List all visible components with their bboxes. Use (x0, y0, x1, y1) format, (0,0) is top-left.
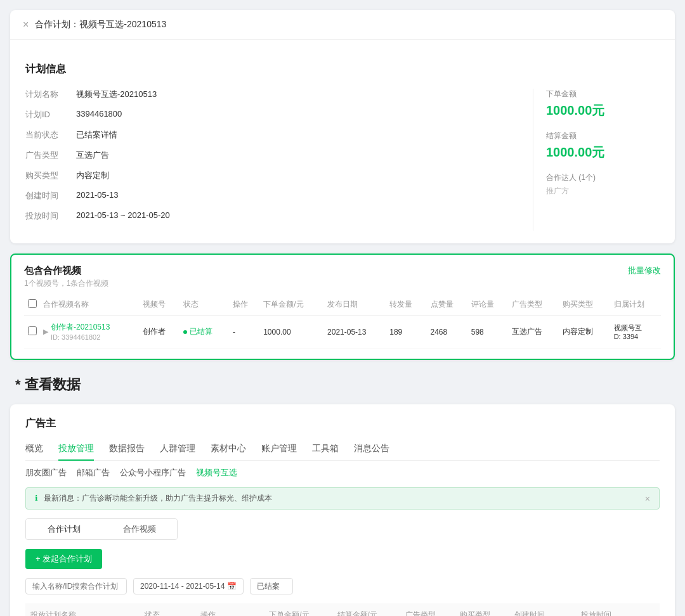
row-checkbox[interactable] (28, 326, 37, 335)
status-dot (183, 330, 187, 334)
bcol-deliver: 投放时间 (576, 603, 660, 616)
nav-tab[interactable]: 素材中心 (211, 438, 246, 461)
coop-videos-thead: 合作视频名称 视频号 状态 操作 下单金额/元 发布日期 转发量 点赞量 评论量… (24, 294, 661, 316)
coop-videos-card: 包含合作视频 1个视频号，1条合作视频 批量修改 合作视频名称 视频号 状态 操… (10, 253, 675, 360)
sub-nav-item[interactable]: 视频号互选 (196, 467, 237, 478)
expand-icon: ▶ (43, 328, 48, 336)
coop-videos-header-row: 合作视频名称 视频号 状态 操作 下单金额/元 发布日期 转发量 点赞量 评论量… (24, 294, 661, 316)
date-range-picker[interactable]: 2020-11-14 - 2021-05-14 📅 (133, 578, 244, 594)
bcol-op: 操作 (195, 603, 264, 616)
row-adtype: 互选广告 (508, 316, 559, 349)
info-row: 计划名称视频号互选-20210513 (25, 89, 507, 100)
close-icon[interactable]: × (23, 19, 29, 30)
status-text: 已结算 (190, 327, 212, 336)
order-amount-value: 1000.00元 (546, 102, 660, 119)
plan-info-left: 计划名称视频号互选-20210513计划ID3394461800当前状态已结案详… (25, 89, 507, 231)
info-value: 视频号互选-20210513 (76, 89, 157, 100)
row-name-link[interactable]: 创作者-20210513 (51, 323, 110, 331)
coop-header: 包含合作视频 1个视频号，1条合作视频 批量修改 (24, 265, 661, 289)
tab-switch-item[interactable]: 合作计划 (26, 519, 101, 539)
row-channel: 创作者 (139, 316, 179, 349)
info-value: 2021-05-13 (76, 190, 119, 202)
notice-bar: ℹ 最新消息：广告诊断功能全新升级，助力广告主提升标光、维护成本 × (25, 487, 660, 510)
nav-tab[interactable]: 消息公告 (354, 438, 389, 461)
info-label: 当前状态 (25, 129, 76, 141)
coop-videos-title: 包含合作视频 (24, 265, 108, 277)
cooperator-item: 合作达人 (1个) 推广方 (546, 172, 660, 196)
nav-tab[interactable]: 账户管理 (261, 438, 297, 461)
info-label: 创建时间 (25, 190, 76, 202)
sub-nav: 朋友圈广告邮箱广告公众号小程序广告视频号互选 (25, 467, 660, 478)
settle-amount-item: 结算金额 1000.00元 (546, 131, 660, 161)
modal-container: × 合作计划：视频号互选-20210513 计划信息 计划名称视频号互选-202… (10, 10, 675, 243)
row-likes: 2468 (427, 316, 467, 349)
col-status: 状态 (179, 294, 229, 316)
col-planref: 归属计划 (610, 294, 661, 316)
bcol-adtype: 广告类型 (400, 603, 455, 616)
row-amount: 1000.00 (259, 316, 323, 349)
nav-tab[interactable]: 人群管理 (160, 438, 195, 461)
batch-edit-button[interactable]: 批量修改 (628, 265, 661, 276)
info-label: 计划名称 (25, 89, 76, 100)
bottom-table: 投放计划名称 状态 操作 下单金额/元 结算金额/元 广告类型 购买类型 创建时… (25, 603, 660, 616)
nav-tab[interactable]: 投放管理 (58, 438, 94, 461)
bcol-order: 下单金额/元 (264, 603, 332, 616)
bcol-buytype: 购买类型 (455, 603, 509, 616)
nav-tab[interactable]: 概览 (25, 438, 43, 461)
advertiser-title: 广告主 (25, 417, 660, 430)
bottom-header-row: 投放计划名称 状态 操作 下单金额/元 结算金额/元 广告类型 购买类型 创建时… (25, 603, 660, 616)
select-all-cell (24, 294, 39, 316)
search-input[interactable] (25, 578, 127, 594)
col-amount: 下单金额/元 (259, 294, 323, 316)
notice-close-button[interactable]: × (645, 494, 650, 504)
nav-tab[interactable]: 数据报告 (109, 438, 145, 461)
advertiser-card: 广告主 概览投放管理数据报告人群管理素材中心账户管理工具箱消息公告 朋友圈广告邮… (10, 404, 675, 616)
info-value: 2021-05-13 ~ 2021-05-20 (76, 210, 170, 222)
col-publish: 发布日期 (323, 294, 386, 316)
col-operation: 操作 (229, 294, 259, 316)
info-row: 创建时间2021-05-13 (25, 190, 507, 202)
coop-videos-table: 合作视频名称 视频号 状态 操作 下单金额/元 发布日期 转发量 点赞量 评论量… (24, 294, 661, 349)
info-row: 计划ID3394461800 (25, 109, 507, 120)
info-value: 互选广告 (76, 150, 109, 161)
sub-nav-item[interactable]: 朋友圈广告 (25, 467, 67, 478)
col-name: 合作视频名称 (39, 294, 139, 316)
col-buytype: 购买类型 (559, 294, 610, 316)
row-name-cell: ▶ 创作者-20210513 ID: 3394461802 (39, 316, 139, 349)
row-comments: 598 (467, 316, 508, 349)
nav-tabs: 概览投放管理数据报告人群管理素材中心账户管理工具箱消息公告 (25, 438, 660, 461)
info-row: 当前状态已结案详情 (25, 129, 507, 141)
row-planref: 视频号互 D: 3394 (610, 316, 661, 349)
modal-title: 合作计划：视频号互选-20210513 (35, 19, 166, 30)
sub-nav-item[interactable]: 邮箱广告 (77, 467, 110, 478)
status-select[interactable]: 已结案 全部 进行中 已暂停 (250, 578, 293, 594)
launch-cooperation-button[interactable]: + 发起合作计划 (25, 549, 102, 569)
info-label: 投放时间 (25, 210, 76, 222)
plan-info-title: 计划信息 (25, 63, 660, 76)
bcol-name: 投放计划名称 (25, 603, 140, 616)
row-buytype: 内容定制 (559, 316, 610, 349)
info-label: 计划ID (25, 109, 76, 120)
notice-icon: ℹ (35, 494, 38, 503)
nav-tab[interactable]: 工具箱 (312, 438, 339, 461)
order-amount-label: 下单金额 (546, 89, 660, 99)
row-name-container: 创作者-20210513 ID: 3394461802 (51, 322, 110, 342)
info-value: 已结案详情 (76, 129, 117, 141)
info-label: 广告类型 (25, 150, 76, 161)
bcol-status: 状态 (140, 603, 195, 616)
col-repost: 转发量 (386, 294, 426, 316)
order-amount-item: 下单金额 1000.00元 (546, 89, 660, 119)
row-checkbox-cell (24, 316, 39, 349)
calendar-icon: 📅 (227, 582, 237, 591)
coop-videos-tbody: ▶ 创作者-20210513 ID: 3394461802 创作者 已结算 - … (24, 316, 661, 349)
bcol-settle: 结算金额/元 (332, 603, 400, 616)
tab-switch-item[interactable]: 合作视频 (101, 519, 177, 539)
select-all-checkbox[interactable] (28, 299, 37, 308)
sub-nav-item[interactable]: 公众号小程序广告 (120, 467, 186, 478)
col-comments: 评论量 (467, 294, 508, 316)
tab-switcher: 合作计划合作视频 (25, 518, 178, 540)
plan-info-section: 计划信息 计划名称视频号互选-20210513计划ID3394461800当前状… (10, 50, 675, 243)
cooperator-label: 合作达人 (1个) (546, 172, 660, 183)
notice-text: 最新消息：广告诊断功能全新升级，助力广告主提升标光、维护成本 (44, 494, 272, 503)
col-adtype: 广告类型 (508, 294, 559, 316)
